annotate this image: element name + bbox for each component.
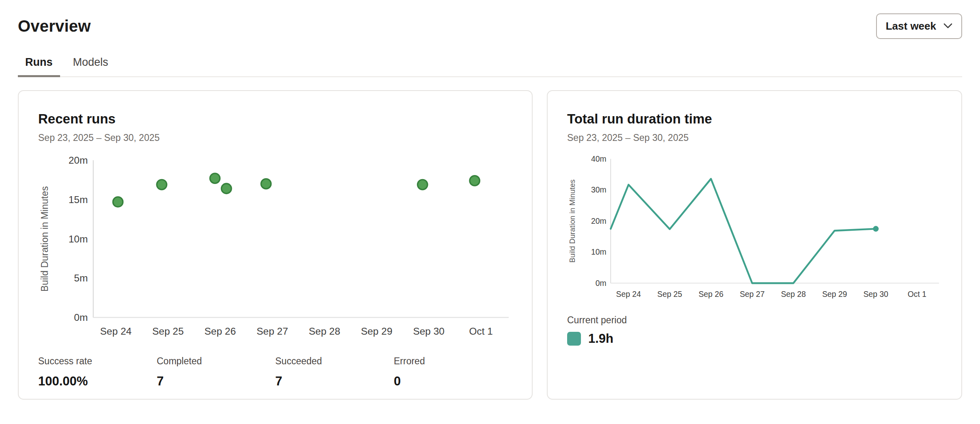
period-selector-dropdown[interactable]: Last week bbox=[876, 13, 962, 39]
stat-value: 7 bbox=[157, 374, 275, 389]
x-tick-label: Oct 1 bbox=[908, 290, 926, 299]
run-data-point[interactable] bbox=[157, 180, 166, 189]
y-axis-title: Build Duration in Minutes bbox=[39, 186, 50, 292]
x-tick-label: Sep 29 bbox=[361, 326, 393, 337]
y-tick-label: 40m bbox=[591, 155, 607, 163]
stat-label: Errored bbox=[394, 356, 512, 367]
x-tick-label: Sep 30 bbox=[413, 326, 445, 337]
duration-chart: 0m10m20m30m40mSep 24Sep 25Sep 26Sep 27Se… bbox=[567, 154, 942, 308]
run-stats-row: Success rate 100.00% Completed 7 Succeed… bbox=[38, 356, 512, 389]
stat-label: Succeeded bbox=[275, 356, 394, 367]
card-date-range: Sep 23, 2025 – Sep 30, 2025 bbox=[567, 132, 942, 143]
run-data-point[interactable] bbox=[470, 176, 479, 186]
page-title: Overview bbox=[18, 17, 91, 35]
legend-label: Current period bbox=[567, 315, 942, 326]
run-data-point[interactable] bbox=[210, 173, 220, 183]
x-tick-label: Sep 30 bbox=[863, 290, 888, 299]
x-tick-label: Sep 28 bbox=[781, 290, 806, 299]
x-tick-label: Sep 24 bbox=[616, 290, 641, 299]
y-tick-label: 10m bbox=[591, 248, 607, 256]
x-tick-label: Sep 27 bbox=[257, 326, 288, 337]
period-selector-value: Last week bbox=[886, 20, 936, 32]
recent-runs-card: Recent runs Sep 23, 2025 – Sep 30, 2025 … bbox=[18, 90, 533, 400]
stat-value: 0 bbox=[394, 374, 512, 389]
x-tick-label: Sep 25 bbox=[152, 326, 184, 337]
card-date-range: Sep 23, 2025 – Sep 30, 2025 bbox=[38, 132, 512, 143]
run-data-point[interactable] bbox=[221, 184, 231, 193]
overview-page: Overview Last week Runs Models Recent ru… bbox=[0, 0, 980, 400]
legend-row: 1.9h bbox=[567, 331, 942, 346]
y-tick-label: 5m bbox=[74, 273, 88, 283]
x-tick-label: Sep 28 bbox=[309, 326, 340, 337]
line-end-marker bbox=[873, 226, 879, 231]
recent-runs-chart: 0m5m10m15m20mSep 24Sep 25Sep 26Sep 27Sep… bbox=[38, 154, 512, 349]
tab-bar: Runs Models bbox=[18, 56, 962, 77]
run-data-point[interactable] bbox=[418, 180, 427, 189]
x-tick-label: Sep 26 bbox=[205, 326, 236, 337]
y-tick-label: 20m bbox=[591, 217, 607, 225]
x-tick-label: Sep 26 bbox=[699, 290, 723, 299]
y-tick-label: 0m bbox=[74, 312, 88, 323]
x-tick-label: Sep 25 bbox=[657, 290, 682, 299]
recent-runs-svg: 0m5m10m15m20mSep 24Sep 25Sep 26Sep 27Sep… bbox=[38, 154, 512, 349]
cards-row: Recent runs Sep 23, 2025 – Sep 30, 2025 … bbox=[18, 90, 962, 400]
x-tick-label: Oct 1 bbox=[469, 326, 492, 337]
stat-label: Success rate bbox=[38, 356, 157, 367]
legend-color-swatch bbox=[567, 332, 581, 346]
stat-label: Completed bbox=[157, 356, 275, 367]
y-tick-label: 15m bbox=[69, 194, 88, 205]
y-tick-label: 30m bbox=[591, 186, 607, 194]
y-tick-label: 10m bbox=[69, 234, 88, 244]
card-title: Recent runs bbox=[38, 111, 512, 127]
y-axis-title: Build Duration in Minutes bbox=[568, 180, 576, 263]
x-tick-label: Sep 24 bbox=[100, 326, 132, 337]
tab-models[interactable]: Models bbox=[66, 56, 116, 77]
run-data-point[interactable] bbox=[261, 179, 271, 188]
y-tick-label: 0m bbox=[596, 279, 607, 288]
stat-completed: Completed 7 bbox=[157, 356, 275, 389]
tab-runs[interactable]: Runs bbox=[18, 56, 60, 77]
stat-value: 7 bbox=[275, 374, 394, 389]
x-tick-label: Sep 27 bbox=[740, 290, 764, 299]
chevron-down-icon bbox=[943, 23, 952, 29]
y-tick-label: 20m bbox=[69, 155, 88, 166]
page-header: Overview Last week bbox=[18, 12, 962, 40]
run-data-point[interactable] bbox=[113, 197, 123, 207]
stat-success-rate: Success rate 100.00% bbox=[38, 356, 157, 389]
stat-value: 100.00% bbox=[38, 374, 157, 389]
total-run-duration-svg: 0m10m20m30m40mSep 24Sep 25Sep 26Sep 27Se… bbox=[567, 154, 942, 308]
stat-succeeded: Succeeded 7 bbox=[275, 356, 394, 389]
legend-value: 1.9h bbox=[588, 331, 613, 346]
duration-line-series bbox=[611, 179, 876, 283]
duration-card: Total run duration time Sep 23, 2025 – S… bbox=[547, 90, 962, 400]
stat-errored: Errored 0 bbox=[394, 356, 512, 389]
x-tick-label: Sep 29 bbox=[822, 290, 847, 299]
card-title: Total run duration time bbox=[567, 111, 942, 127]
chart-legend: Current period 1.9h bbox=[567, 315, 942, 346]
